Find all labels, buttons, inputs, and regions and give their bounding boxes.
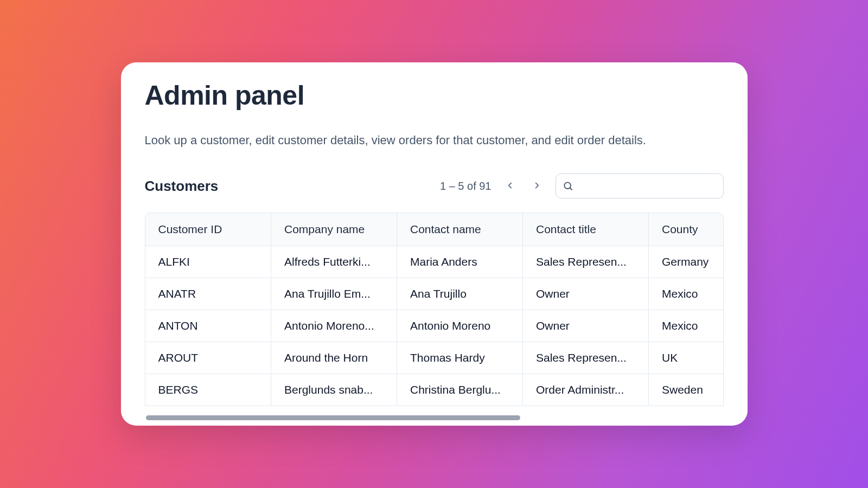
next-page-button[interactable] bbox=[528, 177, 546, 195]
cell-customer-id: ANATR bbox=[145, 278, 271, 310]
admin-panel-card: Admin panel Look up a customer, edit cus… bbox=[121, 62, 748, 426]
search-field-wrap bbox=[556, 174, 724, 198]
cell-contact-title: Order Administr... bbox=[523, 374, 649, 406]
table-row[interactable]: BERGS Berglunds snab... Christina Berglu… bbox=[145, 374, 724, 406]
table-row[interactable]: ANTON Antonio Moreno... Antonio Moreno O… bbox=[145, 310, 724, 342]
section-toolbar: Customers 1 – 5 of 91 bbox=[145, 174, 724, 198]
cell-contact-title: Sales Represen... bbox=[523, 342, 649, 374]
page-subtitle: Look up a customer, edit customer detail… bbox=[145, 133, 724, 147]
cell-company-name: Around the Horn bbox=[271, 342, 397, 374]
cell-county: UK bbox=[649, 342, 724, 374]
prev-page-button[interactable] bbox=[501, 177, 519, 195]
table-header-row: Customer ID Company name Contact name Co… bbox=[145, 213, 724, 246]
col-header-contact-name[interactable]: Contact name bbox=[397, 213, 523, 246]
cell-contact-title: Owner bbox=[523, 310, 649, 342]
cell-contact-name: Christina Berglu... bbox=[397, 374, 523, 406]
table-row[interactable]: ALFKI Alfreds Futterki... Maria Anders S… bbox=[145, 246, 724, 278]
col-header-contact-title[interactable]: Contact title bbox=[523, 213, 649, 246]
cell-company-name: Ana Trujillo Em... bbox=[271, 278, 397, 310]
horizontal-scrollbar-thumb[interactable] bbox=[146, 415, 520, 420]
cell-contact-title: Sales Represen... bbox=[523, 246, 649, 278]
cell-contact-name: Maria Anders bbox=[397, 246, 523, 278]
cell-contact-name: Antonio Moreno bbox=[397, 310, 523, 342]
cell-contact-title: Owner bbox=[523, 278, 649, 310]
table-row[interactable]: ANATR Ana Trujillo Em... Ana Trujillo Ow… bbox=[145, 278, 724, 310]
cell-company-name: Berglunds snab... bbox=[271, 374, 397, 406]
pagination-info: 1 – 5 of 91 bbox=[440, 180, 492, 192]
cell-contact-name: Ana Trujillo bbox=[397, 278, 523, 310]
search-input[interactable] bbox=[556, 174, 724, 198]
customers-table: Customer ID Company name Contact name Co… bbox=[145, 213, 724, 406]
cell-customer-id: BERGS bbox=[145, 374, 271, 406]
cell-customer-id: ALFKI bbox=[145, 246, 271, 278]
cell-customer-id: AROUT bbox=[145, 342, 271, 374]
cell-county: Germany bbox=[649, 246, 724, 278]
page-title: Admin panel bbox=[145, 81, 724, 111]
horizontal-scrollbar-track[interactable] bbox=[146, 415, 723, 420]
cell-company-name: Antonio Moreno... bbox=[271, 310, 397, 342]
cell-company-name: Alfreds Futterki... bbox=[271, 246, 397, 278]
section-title: Customers bbox=[145, 178, 219, 195]
cell-customer-id: ANTON bbox=[145, 310, 271, 342]
customers-table-wrap: Customer ID Company name Contact name Co… bbox=[145, 213, 724, 406]
table-row[interactable]: AROUT Around the Horn Thomas Hardy Sales… bbox=[145, 342, 724, 374]
cell-county: Mexico bbox=[649, 278, 724, 310]
cell-county: Sweden bbox=[649, 374, 724, 406]
chevron-right-icon bbox=[532, 181, 542, 192]
chevron-left-icon bbox=[505, 181, 515, 192]
col-header-company-name[interactable]: Company name bbox=[271, 213, 397, 246]
cell-county: Mexico bbox=[649, 310, 724, 342]
col-header-customer-id[interactable]: Customer ID bbox=[145, 213, 271, 246]
cell-contact-name: Thomas Hardy bbox=[397, 342, 523, 374]
col-header-county[interactable]: County bbox=[649, 213, 724, 246]
